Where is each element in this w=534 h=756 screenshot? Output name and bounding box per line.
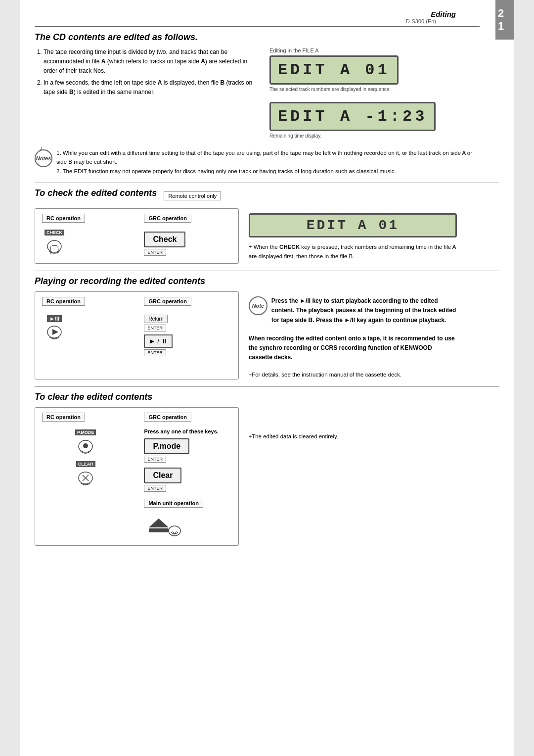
playing-recording-text: When recording the edited content onto a… [249,334,457,363]
check-rc-label: RC operation [42,214,85,223]
intro-section: The CD contents are edited as follows. T… [35,32,477,143]
playing-grc-label: GRC operation [144,297,191,306]
intro-left: The tape recording time input is divided… [35,47,260,143]
svg-rect-9 [149,528,169,532]
check-rc-col: RC operation CHECK [42,214,129,256]
playing-rc-label: RC operation [42,297,85,306]
check-note: ÷ When the CHECK key is pressed, track n… [249,242,457,261]
clear-grc-label: GRC operation [144,413,191,422]
note-item-1: 1. While you can edit with a different t… [56,148,480,167]
page-number: 2 1 [498,7,512,33]
check-key-btn: CHECK [42,230,67,256]
divider-1 [35,183,499,183]
check-op-section: RC operation CHECK [35,208,457,264]
check-btn: Check [144,232,185,247]
clear-op-columns: RC operation P.MODE [42,413,231,538]
check-enter-label: ENTER [144,249,166,256]
playing-op-left: RC operation ►/II [35,291,239,379]
grc-slash: / [157,337,159,345]
clear-section: To clear the edited contents RC operatio… [35,392,477,546]
playing-enter-2: ENTER [144,349,166,356]
play-key-label: ►/II [47,315,62,322]
step-1: The tape recording time input is divided… [44,47,260,76]
playing-title: Playing or recording the edited contents [35,276,477,286]
playing-note-circle: Note [249,296,267,315]
grc-pause-symbol: ⏸ [161,337,168,345]
playing-op-right: Note Press the ►/II key to start playbac… [249,291,457,379]
grc-play-symbol: ► [149,337,155,345]
page: 2 1 Editing D-S300 (En) The CD contents … [20,0,514,756]
divider-3 [35,386,499,387]
divider-2 [35,271,499,271]
check-grc-col: GRC operation Check ENTER [144,214,231,256]
check-op-left: RC operation CHECK [35,208,239,264]
pmode-btn: P.mode [144,438,189,454]
clear-enter-2: ENTER [144,485,166,492]
lcd-display-2: EDIT A -1:23 [269,102,436,131]
svg-marker-3 [52,329,58,335]
lcd-display-1: EDIT A 01 [269,55,399,85]
note-item-2: 2. The EDIT function may not operate pro… [56,167,480,176]
clear-op-right: ÷The edited data is cleared entirely. [249,407,457,546]
pmode-key-btn: P.MODE [42,429,129,456]
lcd1-caption: The selected track numbers are displayed… [269,87,399,92]
notes-icon: Notes [35,149,52,167]
clear-title: To clear the edited contents [35,392,477,402]
header-title: Editing [431,10,456,18]
header: Editing D-S300 (En) [35,10,480,27]
clear-op-left: RC operation P.MODE [35,407,239,546]
play-key-btn: ►/II [42,315,67,342]
clear-enter-1: ENTER [144,456,166,463]
main-unit-label: Main unit operation [144,499,203,508]
check-grc-label: GRC operation [144,214,191,223]
playing-op-section: RC operation ►/II [35,291,457,379]
clear-op-section: RC operation P.MODE [35,407,457,546]
svg-point-5 [83,443,88,448]
pmode-key-label: P.MODE [75,429,96,435]
notes-text: 1. While you can edit with a different t… [56,148,480,176]
check-title: To check the edited contents [35,188,157,198]
notes-box: Notes 1. While you can edit with a diffe… [35,148,480,176]
playing-note-text: Press the ►/II key to start playback acc… [271,296,457,325]
page-tab: 2 1 [495,0,514,40]
check-lcd: EDIT A 01 [249,213,457,237]
clear-grc-col: GRC operation Press any one of these key… [144,413,231,538]
model-number: D-S300 (En) [406,18,436,24]
check-key-label: CHECK [44,230,64,236]
return-btn: Return [144,315,168,323]
check-diamond: ÷ [249,243,252,250]
clear-key-label: CLEAR [76,461,95,467]
lcd1-label: Editing in the FILE A [269,47,399,53]
pmode-hand-icon [73,436,98,456]
rc-only-badge: Remote control only [164,191,221,200]
eject-icon [144,514,183,538]
playing-op-columns: RC operation ►/II [42,297,231,356]
lcd-group-1: Editing in the FILE A EDIT A 01 The sele… [269,47,399,97]
clear-btn: Clear [144,468,181,483]
playing-enter-1: ENTER [144,325,166,331]
clear-rc-label: RC operation [42,413,85,422]
svg-marker-10 [149,519,169,527]
clear-rc-col: RC operation P.MODE [42,413,129,538]
clear-hand-icon [73,468,98,488]
check-op-right: EDIT A 01 ÷ When the CHECK key is presse… [249,208,457,264]
cleared-text: ÷The edited data is cleared entirely. [249,432,457,441]
lcd2-caption: Remaining time display. [269,133,436,139]
check-op-columns: RC operation CHECK [42,214,231,256]
step-2: In a few seconds, the time left on tape … [44,78,260,97]
clear-key-btn: CLEAR [42,461,129,488]
press-text: Press any one of these keys. [144,428,231,434]
lcd-group-2: EDIT A -1:23 Remaining time display. [269,102,436,143]
play-hand-icon [42,322,67,342]
intro-right: Editing in the FILE A EDIT A 01 The sele… [269,47,457,143]
notes-label: Notes [36,155,51,161]
playing-grc-col: GRC operation Return ENTER ► / [144,297,231,356]
intro-step1: The tape recording time input is divided… [35,47,260,97]
intro-title: The CD contents are edited as follows. [35,32,477,43]
playing-rc-col: RC operation ►/II [42,297,129,356]
check-hand-icon [42,236,67,256]
playing-section: Playing or recording the edited contents… [35,276,477,379]
playing-details-text: ÷For details, see the instruction manual… [249,370,457,379]
svg-point-0 [47,240,61,252]
check-section: To check the edited contents Remote cont… [35,188,477,264]
